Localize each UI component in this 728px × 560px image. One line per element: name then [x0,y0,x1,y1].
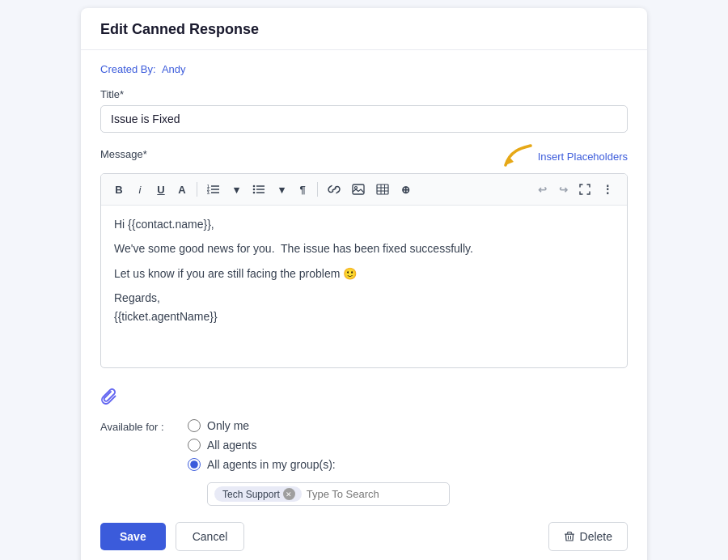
unordered-list-button[interactable] [248,179,270,200]
save-button[interactable]: Save [100,523,166,550]
radio-my-groups-label: All agents in my group(s): [207,458,336,471]
ordered-list-button[interactable]: 1. 2. 3. [202,179,225,200]
message-header-row: Message* Insert Placeholders [100,144,628,168]
tech-support-tag: Tech Support ✕ [214,486,302,502]
editor-line-1: Hi {{contact.name}}, [114,215,614,233]
svg-rect-14 [353,185,364,194]
undo-button[interactable]: ↩ [532,179,552,200]
toolbar-separator-2 [317,182,318,197]
radio-all-agents-input[interactable] [188,439,201,452]
redo-button[interactable]: ↪ [553,179,573,200]
radio-only-me-label: Only me [207,419,249,432]
card-footer: Save Cancel Delete [81,522,647,551]
unordered-list-dropdown[interactable]: ▾ [272,179,291,200]
fullscreen-button[interactable] [574,179,595,200]
delete-button[interactable]: Delete [548,522,628,551]
edit-canned-response-card: Edit Canned Response Created By: Andy Ti… [81,8,647,560]
insert-placeholders-label: Insert Placeholders [538,151,628,163]
card-header: Edit Canned Response [81,8,647,50]
more-button[interactable]: ⊕ [396,179,415,200]
svg-point-9 [253,189,256,191]
available-for-label: Available for : [100,419,181,433]
radio-only-me[interactable]: Only me [188,419,450,432]
attachment-row [100,380,628,413]
toolbar-separator-1 [197,182,197,197]
font-size-button[interactable]: A [172,179,192,200]
svg-rect-16 [377,185,388,194]
ordered-list-dropdown[interactable]: ▾ [226,179,246,200]
arrow-annotation-icon [502,144,533,168]
delete-icon [564,531,575,542]
attachment-button[interactable] [100,388,118,409]
bold-button[interactable]: B [109,179,129,200]
message-label: Message* [100,148,147,160]
created-by-value: Andy [162,63,186,75]
available-for-section: Available for : Only me All agents All a… [100,419,628,506]
message-field-row: Message* Insert Placeholders B i U [100,144,628,368]
cancel-button[interactable]: Cancel [176,522,245,551]
radio-group: Only me All agents All agents in my grou… [181,419,450,506]
radio-only-me-input[interactable] [188,419,201,432]
insert-placeholders-btn[interactable]: Insert Placeholders [538,151,628,163]
svg-line-13 [332,189,336,191]
editor-line-3: Let us know if you are still facing the … [114,265,614,282]
svg-text:3.: 3. [207,191,210,195]
italic-button[interactable]: i [130,179,150,200]
created-by-label: Created By: [100,63,156,75]
group-search-row: Tech Support ✕ Type To Search [207,482,450,506]
editor-content[interactable]: Hi {{contact.name}}, We've some good new… [101,206,627,367]
editor-line-4: Regards,{{ticket.agentName}} [114,289,614,325]
table-button[interactable] [371,179,394,200]
card-body: Created By: Andy Title* Message* Insert … [81,50,647,506]
radio-all-agents-label: All agents [207,439,256,452]
svg-point-7 [253,185,256,188]
editor-toolbar: B i U A 1. 2. 3. [101,174,627,206]
underline-button[interactable]: U [151,179,171,200]
svg-point-11 [253,192,256,194]
more-options-button[interactable]: ⋮ [597,179,619,200]
tag-label: Tech Support [222,489,280,500]
delete-label: Delete [580,530,612,543]
created-by-row: Created By: Andy [100,63,628,75]
link-button[interactable] [323,179,345,200]
radio-my-groups[interactable]: All agents in my group(s): [188,458,450,471]
radio-all-agents[interactable]: All agents [188,439,450,452]
title-input[interactable] [100,105,628,133]
available-for-inline: Available for : Only me All agents All a… [100,419,628,506]
group-search-input[interactable] [307,488,442,500]
title-field-row: Title* [100,88,628,133]
title-label: Title* [100,88,628,100]
editor-line-2: We've some good news for you. The issue … [114,240,614,257]
radio-my-groups-input[interactable] [188,458,201,471]
tag-remove-button[interactable]: ✕ [283,488,295,500]
rich-text-editor: B i U A 1. 2. 3. [100,173,628,368]
svg-point-15 [355,187,358,189]
paragraph-button[interactable]: ¶ [293,179,312,200]
group-tag-input-container[interactable]: Tech Support ✕ Type To Search [207,482,450,506]
image-button[interactable] [347,179,370,200]
page-title: Edit Canned Response [100,21,628,38]
